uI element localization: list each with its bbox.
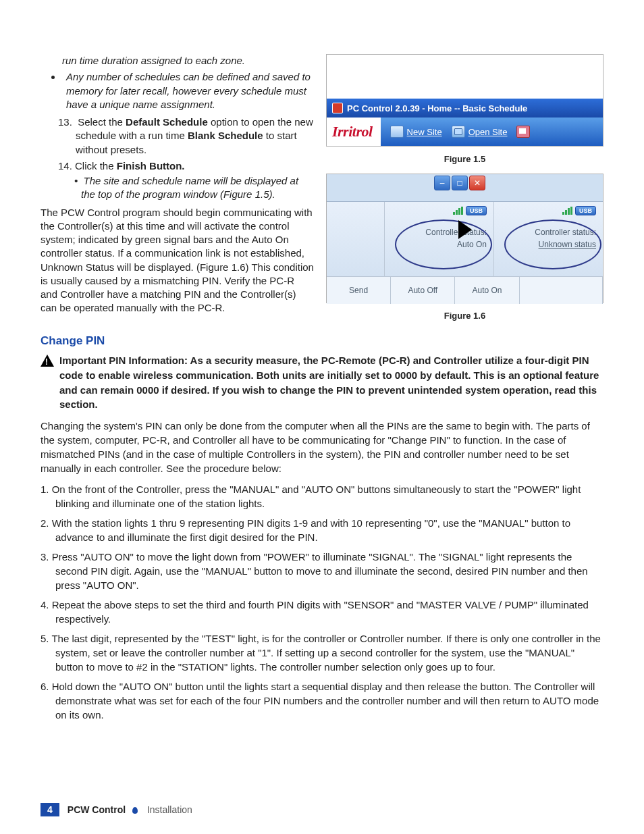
footer-product-name: PCW Control xyxy=(68,804,126,815)
window-controls-row: – □ ✕ xyxy=(327,174,603,202)
status-cell-auto-on: USB Controller status: Auto On xyxy=(385,202,494,276)
change-pin-intro: Changing the system's PIN can only be do… xyxy=(41,419,603,475)
pin-step-2: 2. With the station lights 1 thru 9 repr… xyxy=(41,516,603,544)
send-button[interactable]: Send xyxy=(327,277,391,304)
usb-badge: USB xyxy=(466,206,487,215)
page-footer: 4 PCW Control Installation xyxy=(41,803,192,816)
arrow-right-icon xyxy=(458,220,472,239)
list-item: run time duration assigned to each zone. xyxy=(62,54,314,68)
step-14-sub-bullet: • The site and schedule name will be dis… xyxy=(41,174,314,202)
app-toolbar: Irritrol New Site Open Site xyxy=(327,118,603,146)
status-label: Controller status: xyxy=(535,228,596,237)
warning-icon xyxy=(41,355,54,367)
save-icon[interactable] xyxy=(516,126,530,138)
important-label: Important PIN Information: xyxy=(59,355,188,366)
auto-on-button[interactable]: Auto On xyxy=(455,277,519,304)
signal-bars-icon xyxy=(562,207,572,215)
button-label: New Site xyxy=(407,127,442,137)
figures-column: PC Control 2.0.39 - Home -- Basic Schedu… xyxy=(326,54,603,325)
page-number-badge: 4 xyxy=(41,803,59,816)
status-row: USB Controller status: Auto On USB Contr… xyxy=(327,202,603,276)
usb-indicator: USB xyxy=(453,206,487,215)
new-site-icon xyxy=(390,126,404,138)
step-13: 13. Select the Default Schedule option t… xyxy=(41,115,314,157)
close-button[interactable]: ✕ xyxy=(469,176,485,190)
empty-cell xyxy=(520,277,603,304)
bold-text: Blank Schedule xyxy=(188,130,263,141)
important-pin-text: Important PIN Information: As a security… xyxy=(59,353,603,412)
bold-text: Default Schedule xyxy=(126,116,208,128)
status-label: Controller status: xyxy=(425,228,487,237)
manual-page: run time duration assigned to each zone.… xyxy=(0,0,644,834)
important-pin-block: Important PIN Information: As a security… xyxy=(41,353,603,412)
open-site-icon xyxy=(452,126,465,138)
pin-step-5: 5. The last digit, represented by the "T… xyxy=(41,631,603,674)
status-cell-empty xyxy=(327,202,385,276)
button-label: Open Site xyxy=(468,127,508,137)
app-title: PC Control 2.0.39 - Home -- Basic Schedu… xyxy=(347,103,527,113)
bold-text: Finish Button. xyxy=(117,160,185,172)
usb-indicator: USB xyxy=(562,206,596,215)
status-value: Unknown status xyxy=(539,240,596,249)
two-column-layout: run time duration assigned to each zone.… xyxy=(41,54,603,325)
status-cell-unknown: USB Controller status: Unknown status xyxy=(494,202,603,276)
text: Click the xyxy=(75,160,117,172)
pin-step-1: 1. On the front of the Controller, press… xyxy=(41,482,603,511)
figure-1-5-caption: Figure 1.5 xyxy=(326,154,603,164)
brand-logo: Irritrol xyxy=(327,118,381,146)
figure-1-6-caption: Figure 1.6 xyxy=(326,311,603,321)
signal-bars-icon xyxy=(453,207,463,215)
text: Select the xyxy=(78,116,126,128)
pin-step-6: 6. Hold down the "AUTO ON" button until … xyxy=(41,679,603,722)
schedule-notes-list: run time duration assigned to each zone.… xyxy=(41,54,314,111)
minimize-button[interactable]: – xyxy=(434,176,450,190)
communication-paragraph: The PCW Control program should begin com… xyxy=(41,206,314,315)
figure-1-6: – □ ✕ USB Controller status: Auto On xyxy=(326,174,603,303)
usb-badge: USB xyxy=(575,206,596,215)
auto-off-button[interactable]: Auto Off xyxy=(391,277,455,304)
new-site-button[interactable]: New Site xyxy=(390,126,442,138)
controller-button-row: Send Auto Off Auto On xyxy=(327,276,603,304)
pin-steps-list: 1. On the front of the Controller, press… xyxy=(41,482,603,722)
status-value: Auto On xyxy=(457,240,487,249)
figure-1-5: PC Control 2.0.39 - Home -- Basic Schedu… xyxy=(326,54,603,147)
pin-step-4: 4. Repeat the above steps to set the thi… xyxy=(41,598,603,626)
left-text-column: run time duration assigned to each zone.… xyxy=(41,54,314,325)
maximize-button[interactable]: □ xyxy=(452,176,468,190)
footer-title: PCW Control Installation xyxy=(68,804,192,815)
step-14: 14. Click the Finish Button. xyxy=(41,159,314,173)
footer-section-name: Installation xyxy=(147,804,192,815)
pin-step-3: 3. Press "AUTO ON" to move the light dow… xyxy=(41,550,603,592)
app-icon xyxy=(332,103,343,113)
list-item: Any number of schedules can be defined a… xyxy=(62,70,314,111)
change-pin-heading: Change PIN xyxy=(41,334,603,348)
app-titlebar: PC Control 2.0.39 - Home -- Basic Schedu… xyxy=(327,99,603,118)
open-site-button[interactable]: Open Site xyxy=(452,126,508,138)
italic-text: The site and schedule name will be displ… xyxy=(81,175,298,200)
drop-icon xyxy=(132,807,138,814)
